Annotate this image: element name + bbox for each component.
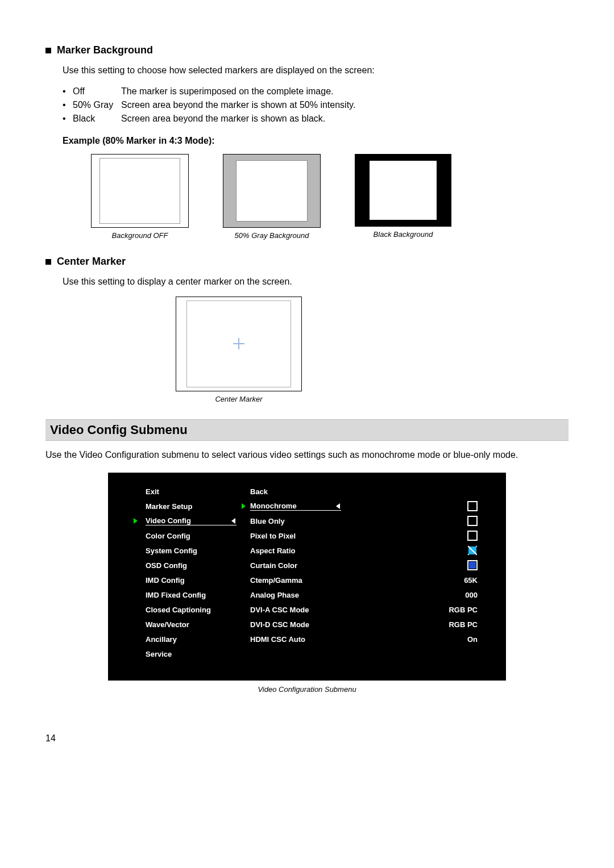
figure: Background OFF	[91, 154, 189, 240]
osd-row: Color Config Pixel to Pixel	[125, 528, 489, 543]
figure-inner	[99, 158, 180, 224]
section-title: Center Marker	[57, 256, 126, 268]
figure-inner	[186, 301, 291, 387]
osd-row: IMD Config Ctemp/Gamma 65K	[125, 573, 489, 587]
section-intro: Use the Video Configuration submenu to s…	[45, 449, 569, 461]
figure-caption: 50% Gray Background	[235, 231, 309, 240]
section-header-marker-bg: Marker Background	[45, 44, 569, 56]
osd-right-item: Curtain Color	[250, 561, 341, 570]
osd-left-item: IMD Fixed Config	[146, 591, 237, 599]
osd-label: DVI-A CSC Mode	[250, 606, 309, 614]
osd-left-item: IMD Config	[146, 576, 237, 585]
osd-label: Curtain Color	[250, 561, 297, 570]
bullet-square-icon	[45, 48, 51, 53]
page-number: 14	[45, 733, 569, 744]
osd-label: Aspect Ratio	[250, 546, 295, 555]
list-item: • Off The marker is superimposed on the …	[63, 85, 569, 98]
osd-right-item: Aspect Ratio	[250, 546, 341, 555]
section-header-center-marker: Center Marker	[45, 256, 569, 268]
section-heading-bar: Video Config Submenu	[45, 419, 569, 441]
section-intro: Use this setting to choose how selected …	[63, 64, 569, 77]
osd-left-item: Wave/Vector	[146, 620, 237, 629]
osd-value: On	[341, 635, 489, 644]
osd-screenshot: Exit Back Marker Setup Monochrome Video …	[45, 473, 569, 681]
page: Marker Background Use this setting to ch…	[0, 0, 614, 766]
figure: Black Background	[355, 154, 451, 240]
osd-row: Marker Setup Monochrome	[125, 499, 489, 514]
osd-left-item: Ancillary	[146, 635, 237, 644]
osd-value	[341, 516, 489, 526]
triangle-left-icon	[231, 518, 235, 524]
osd-left-item: Closed Captioning	[146, 606, 237, 614]
bullet-text: Screen area beyond the marker is shown a…	[121, 112, 325, 126]
osd-value: 000	[341, 591, 489, 599]
section-intro: Use this setting to display a center mar…	[63, 276, 569, 288]
bullet-text: The marker is superimposed on the comple…	[121, 85, 334, 98]
bullet-key: 50% Gray	[73, 98, 121, 112]
osd-left-item: Service	[146, 650, 237, 658]
triangle-right-icon	[134, 518, 138, 524]
osd-left-item: Color Config	[146, 532, 237, 540]
checkbox-empty-icon	[467, 501, 478, 511]
bullet-square-icon	[45, 259, 51, 265]
osd-row: OSD Config Curtain Color	[125, 558, 489, 573]
osd-right-item: DVI-D CSC Mode	[250, 620, 341, 629]
osd-menu: Exit Back Marker Setup Monochrome Video …	[108, 473, 506, 681]
center-marker-figure	[176, 297, 302, 391]
osd-label: Pixel to Pixel	[250, 532, 296, 540]
crosshair-icon	[238, 338, 239, 349]
osd-left-item: Exit	[146, 487, 237, 496]
example-label: Example (80% Marker in 4:3 Mode):	[63, 136, 569, 146]
osd-left-item: OSD Config	[146, 561, 237, 570]
bullet-list: • Off The marker is superimposed on the …	[63, 85, 569, 126]
osd-label: Service	[146, 650, 172, 658]
osd-label: Marker Setup	[146, 502, 192, 511]
figure-bg-off	[91, 154, 189, 228]
osd-label: Ctemp/Gamma	[250, 576, 302, 585]
osd-label: Exit	[146, 487, 159, 496]
osd-row: Service	[125, 646, 489, 661]
osd-label: Analog Phase	[250, 591, 299, 599]
figure-row: Background OFF 50% Gray Background Black…	[91, 154, 569, 240]
osd-label: System Config	[146, 546, 197, 555]
osd-mid-gutter	[237, 503, 250, 509]
osd-value	[341, 560, 489, 570]
osd-label: Monochrome	[250, 502, 297, 510]
checkbox-empty-icon	[467, 516, 478, 526]
osd-right-item: Pixel to Pixel	[250, 532, 341, 540]
osd-right-item: DVI-A CSC Mode	[250, 606, 341, 614]
osd-value: 65K	[341, 576, 489, 585]
checkbox-fill	[468, 546, 476, 554]
osd-label: Wave/Vector	[146, 620, 189, 629]
osd-label: DVI-D CSC Mode	[250, 620, 309, 629]
osd-label: Video Config	[146, 516, 191, 525]
figure-bg-black	[355, 154, 451, 227]
figure: 50% Gray Background	[223, 154, 321, 240]
figure-inner	[370, 161, 437, 220]
osd-value: RGB PC	[341, 606, 489, 614]
figure-bg-gray	[223, 154, 321, 228]
osd-left-item-selected: Video Config	[146, 516, 237, 525]
osd-value	[341, 501, 489, 511]
osd-right-item: Analog Phase	[250, 591, 341, 599]
osd-label: IMD Fixed Config	[146, 591, 206, 599]
bullet-key: Black	[73, 112, 121, 126]
bullet-key: Off	[73, 85, 121, 98]
osd-row: Closed Captioning DVI-A CSC Mode RGB PC	[125, 602, 489, 617]
osd-label: Closed Captioning	[146, 606, 211, 614]
osd-row: IMD Fixed Config Analog Phase 000	[125, 587, 489, 602]
figure-caption: Background OFF	[112, 231, 168, 240]
osd-row: Ancillary HDMI CSC Auto On	[125, 632, 489, 646]
osd-right-item: Blue Only	[250, 517, 341, 525]
figure: Center Marker	[176, 297, 301, 403]
list-item: • 50% Gray Screen area beyond the marker…	[63, 98, 569, 112]
osd-label: Color Config	[146, 532, 190, 540]
osd-label: OSD Config	[146, 561, 187, 570]
bullet-dot: •	[63, 98, 73, 112]
checkbox-empty-icon	[467, 531, 478, 541]
figure-inner	[236, 160, 308, 222]
triangle-right-icon	[242, 503, 246, 509]
osd-value	[341, 531, 489, 541]
section-title: Marker Background	[57, 44, 153, 56]
osd-left-gutter	[125, 518, 146, 524]
